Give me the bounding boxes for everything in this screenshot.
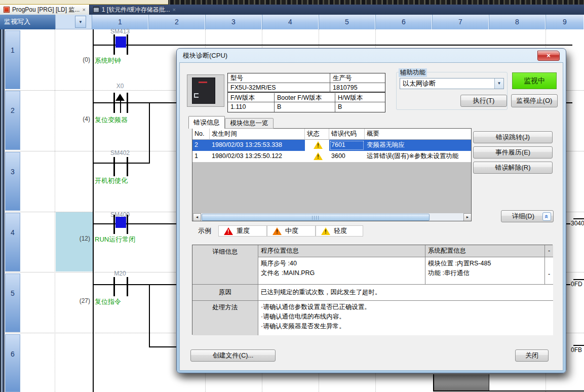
column-header: 5 — [319, 15, 375, 29]
program-position-info: 顺序步号 :40 文件名 :MAIN.PRG — [258, 257, 425, 285]
col-header-time[interactable]: 发生时间 — [210, 129, 305, 140]
event-history-button[interactable]: 事件履历(E) — [473, 146, 553, 159]
rising-edge-stem — [120, 100, 121, 113]
monitor-stop-button[interactable]: 监视停止(O) — [511, 94, 558, 107]
error-jump-button[interactable]: 错误跳转(J) — [473, 131, 553, 143]
col-header-status[interactable]: 状态 — [305, 129, 329, 140]
table-row[interactable]: 1 1980/02/03 13:25:50.122 ! 3600 运算错误(固有… — [192, 151, 472, 162]
error-list[interactable]: No. 发生时间 状态 错误代码 概要 2 1980/02/03 13:25:5… — [192, 128, 472, 221]
col-header-no[interactable]: No. — [192, 129, 210, 140]
rung-number[interactable]: 6 — [5, 334, 20, 392]
details-label: 详细信息 — [192, 245, 258, 285]
warning-moderate-icon: ! — [272, 227, 282, 235]
aux-function-select[interactable]: 以太网诊断 ▼ — [400, 78, 504, 89]
tab-error-information[interactable]: 错误信息 — [188, 116, 225, 129]
warning-minor-icon: ! — [314, 152, 323, 160]
status-cell: ! — [305, 151, 329, 162]
contact-bar[interactable] — [113, 157, 115, 176]
rung-number[interactable]: 2 — [5, 91, 20, 150]
contact-bar[interactable] — [113, 215, 115, 234]
scroll-right-icon[interactable]: ► — [463, 213, 472, 221]
left-edge-splitter[interactable] — [0, 29, 5, 392]
dialog-title: 模块诊断(CPU) — [183, 49, 227, 62]
rung-wire — [93, 163, 149, 164]
device-label[interactable]: X0 — [99, 83, 141, 90]
scrollbar-thumb[interactable] — [202, 214, 430, 221]
column-header: 8 — [489, 15, 546, 29]
cause-text: 已达到规定的重试次数，因此发生了超时。 — [258, 285, 553, 301]
table-row-selected[interactable]: 2 1980/02/03 13:25:53.338 ! 7601 变频器无响应 — [192, 140, 472, 151]
fw-value: 1.110 — [228, 102, 275, 112]
device-memory-icon — [93, 7, 99, 13]
instruction-box-fragment[interactable] — [433, 374, 489, 391]
scrollbar-grip — [312, 216, 319, 220]
status-cell: ! — [305, 140, 329, 151]
operand-fragment: 0FB — [570, 346, 582, 354]
contact-bar[interactable] — [127, 93, 128, 113]
column-header: 2 — [148, 15, 205, 29]
legend-item-label: 中度 — [285, 226, 298, 236]
rung-number[interactable]: 1 — [5, 30, 20, 89]
contact-bar[interactable] — [113, 34, 115, 55]
scroll-left-icon[interactable]: ◄ — [193, 213, 201, 221]
step-number: (27) — [69, 297, 90, 304]
hw-value: B — [335, 102, 385, 112]
error-summary: 变频器无响应 — [365, 140, 472, 151]
create-file-button[interactable]: 创建文件(C)... — [190, 349, 276, 362]
system-config-header: 系统配置信息 — [425, 245, 545, 257]
rung-number[interactable]: 5 — [5, 273, 20, 332]
detail-button-label: 详细(D) — [512, 212, 534, 220]
dash-value: - — [545, 257, 553, 285]
horizontal-scrollbar[interactable]: ◄ ► — [193, 213, 472, 221]
dialog-close-button[interactable]: 关闭 — [515, 349, 549, 362]
column-header: 3 — [205, 15, 262, 29]
dropdown-icon[interactable]: ▼ — [494, 79, 503, 89]
tab-device-buffer-monitor[interactable]: 1 [软元件/缓冲存储器批... × — [90, 5, 179, 15]
close-icon[interactable]: × — [82, 7, 85, 13]
rung-number[interactable]: 3 — [5, 152, 20, 211]
contact-bar[interactable] — [127, 157, 128, 176]
col-header-code[interactable]: 错误代码 — [329, 129, 365, 140]
column-header: 9 — [546, 15, 584, 29]
close-icon[interactable]: × — [173, 7, 176, 13]
contact-on-state — [115, 217, 126, 228]
column-header: 6 — [375, 15, 432, 29]
column-header: 7 — [432, 15, 489, 29]
device-label[interactable]: SM402 — [99, 149, 141, 156]
system-config-info: 模块位置 :内置RS-485 功能 :串行通信 — [425, 257, 545, 285]
close-button[interactable]: × — [537, 51, 560, 61]
aux-function-label: 辅助功能 — [399, 68, 427, 77]
column-header: 4 — [262, 15, 319, 29]
rung-number[interactable]: 4 — [5, 213, 20, 271]
warning-major-icon: ! — [224, 227, 233, 235]
tab-module-information-list[interactable]: 模块信息一览 — [225, 118, 274, 129]
clipped-top-toolbar-left — [0, 0, 168, 5]
instruction-edge-line — [573, 218, 584, 219]
contact-bar[interactable] — [127, 34, 128, 55]
rung-wire-fragment — [433, 390, 584, 391]
booter-label: Booter F/W版本 — [275, 93, 335, 102]
contact-bar[interactable] — [113, 277, 115, 296]
device-label[interactable]: SM413 — [99, 28, 141, 35]
mode-dropdown-button[interactable]: ▼ — [75, 16, 86, 28]
rung-comment: 复位指令 — [95, 297, 121, 306]
clear-error-button[interactable]: 错误解除(R) — [473, 162, 553, 174]
error-code: 3600 — [329, 151, 365, 162]
module-image — [187, 74, 224, 107]
serial-value: 1810795 — [330, 83, 385, 93]
tab-progpou-ladder[interactable]: ProgPou [PRG] [LD] 监... × — [0, 5, 90, 15]
contact-bar[interactable] — [127, 215, 128, 234]
chevron-up-icon[interactable]: « — [542, 212, 551, 221]
ladder-program-icon — [4, 7, 10, 13]
device-label[interactable]: M20 — [99, 270, 141, 277]
execute-button[interactable]: 执行(T) — [460, 95, 507, 107]
contact-bar[interactable] — [113, 93, 115, 113]
monitor-write-mode: 监视写入 — [0, 15, 56, 29]
contact-bar[interactable] — [127, 277, 128, 296]
col-header-summary[interactable]: 概要 — [365, 129, 472, 140]
detail-button[interactable]: 详细(D) « — [501, 210, 554, 222]
column-header: 1 — [92, 15, 148, 29]
operand-fragment: 0FD — [570, 281, 582, 288]
plc-port-graphic — [194, 93, 199, 98]
cause-label: 原因 — [192, 285, 258, 301]
